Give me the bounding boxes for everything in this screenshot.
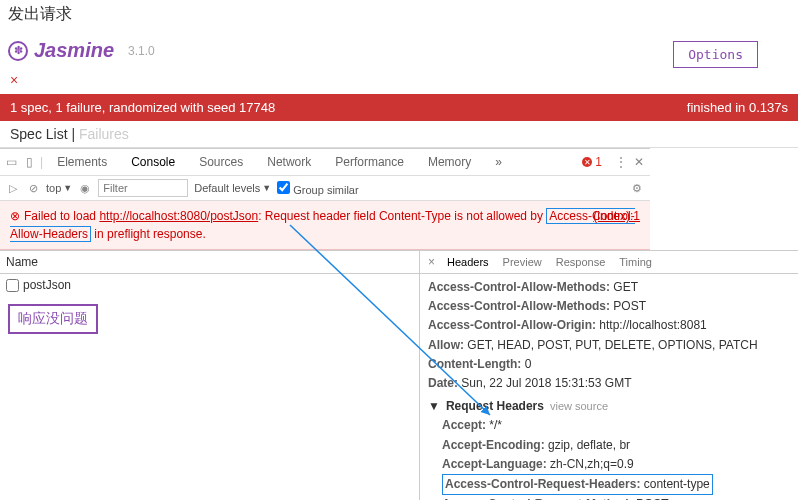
device-icon[interactable]: ▯	[22, 155, 36, 169]
annotation-box: 响应没问题	[8, 304, 98, 334]
inspect-icon[interactable]: ▭	[4, 155, 18, 169]
devtools-panel: ▭ ▯ | Elements Console Sources Network P…	[0, 148, 650, 250]
tab-more[interactable]: »	[485, 151, 512, 173]
status-left: 1 spec, 1 failure, randomized with seed …	[10, 100, 275, 115]
name-column-header: Name	[0, 251, 419, 274]
request-headers-section[interactable]: ▼ Request Headers view source	[428, 397, 790, 416]
error-source-link[interactable]: (index):1	[593, 207, 640, 225]
tab-performance[interactable]: Performance	[325, 151, 414, 173]
spec-tabs: Spec List | Failures	[0, 121, 798, 148]
error-x-icon: ⊗	[10, 209, 20, 223]
gear-icon[interactable]: ⚙	[630, 181, 644, 195]
request-header-line: Accept-Language: zh-CN,zh;q=0.9	[442, 455, 790, 474]
tab-memory[interactable]: Memory	[418, 151, 481, 173]
close-icon[interactable]: ✕	[632, 155, 646, 169]
status-bar: 1 spec, 1 failure, randomized with seed …	[0, 94, 798, 121]
options-button[interactable]: Options	[673, 41, 758, 68]
play-icon[interactable]: ▷	[6, 181, 20, 195]
network-right: × Headers Preview Response Timing Access…	[420, 251, 798, 500]
error-prefix: Failed to load	[24, 209, 99, 223]
page-title: 发出请求	[0, 0, 798, 29]
response-header-line: Allow: GET, HEAD, POST, PUT, DELETE, OPT…	[428, 336, 790, 355]
context-dropdown[interactable]: top▼	[46, 182, 72, 194]
tab-preview[interactable]: Preview	[497, 253, 548, 271]
response-header-line: Content-Length: 0	[428, 355, 790, 374]
tab-timing[interactable]: Timing	[613, 253, 658, 271]
console-filter-bar: ▷ ⊘ top▼ ◉ Default levels▼ Group similar…	[0, 176, 650, 201]
menu-icon[interactable]: ⋮	[614, 155, 628, 169]
jasmine-header: ✽ Jasmine 3.1.0 Options	[0, 29, 798, 72]
tab-sources[interactable]: Sources	[189, 151, 253, 173]
eye-icon[interactable]: ◉	[78, 181, 92, 195]
detail-tabs: × Headers Preview Response Timing	[420, 251, 798, 274]
response-header-line: Date: Sun, 22 Jul 2018 15:31:53 GMT	[428, 374, 790, 393]
headers-body: Access-Control-Allow-Methods: GETAccess-…	[420, 274, 798, 500]
jasmine-icon: ✽	[8, 41, 28, 61]
tab-elements[interactable]: Elements	[47, 151, 117, 173]
tab-separator: |	[68, 126, 79, 142]
jasmine-logo: ✽ Jasmine	[8, 39, 114, 62]
response-header-line: Access-Control-Allow-Origin: http://loca…	[428, 316, 790, 335]
tab-network[interactable]: Network	[257, 151, 321, 173]
fail-indicator: ×	[0, 72, 798, 94]
tab-headers[interactable]: Headers	[441, 253, 495, 271]
request-header-line: Access-Control-Request-Method: POST	[442, 495, 790, 500]
response-header-line: Access-Control-Allow-Methods: GET	[428, 278, 790, 297]
close-detail-icon[interactable]: ×	[424, 255, 439, 269]
filter-input[interactable]	[98, 179, 188, 197]
request-header-line: Accept: */*	[442, 416, 790, 435]
tab-console[interactable]: Console	[121, 151, 185, 173]
jasmine-version: 3.1.0	[128, 44, 155, 58]
group-similar-checkbox[interactable]: Group similar	[277, 181, 358, 196]
error-dot-icon: ✕	[582, 157, 592, 167]
clear-icon[interactable]: ⊘	[26, 181, 40, 195]
response-header-line: Access-Control-Allow-Methods: POST	[428, 297, 790, 316]
network-panel: Name postJson 响应没问题 × Headers Preview Re…	[0, 250, 798, 500]
spec-list-tab[interactable]: Spec List	[10, 126, 68, 142]
error-suffix: in preflight response.	[91, 227, 206, 241]
status-right: finished in 0.137s	[687, 100, 788, 115]
error-count[interactable]: ✕1	[582, 155, 602, 169]
network-left: Name postJson 响应没问题	[0, 251, 420, 500]
error-url[interactable]: http://localhost:8080/postJson	[99, 209, 258, 223]
request-header-line: Access-Control-Request-Headers: content-…	[442, 474, 790, 495]
error-mid: : Request header field Content-Type is n…	[258, 209, 546, 223]
failures-tab[interactable]: Failures	[79, 126, 129, 142]
tab-response[interactable]: Response	[550, 253, 612, 271]
devtools-tabs: ▭ ▯ | Elements Console Sources Network P…	[0, 149, 650, 176]
levels-dropdown[interactable]: Default levels▼	[194, 182, 271, 194]
row-checkbox[interactable]	[6, 279, 19, 292]
request-header-line: Accept-Encoding: gzip, deflate, br	[442, 436, 790, 455]
console-error: ⊗Failed to load http://localhost:8080/po…	[0, 201, 650, 250]
network-row[interactable]: postJson	[0, 274, 419, 296]
jasmine-name: Jasmine	[34, 39, 114, 62]
